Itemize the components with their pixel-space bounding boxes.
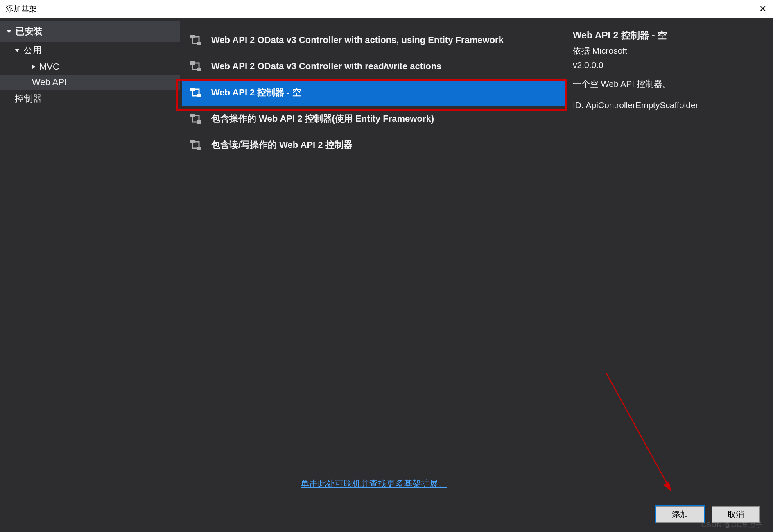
scaffold-item-odata-ef[interactable]: Web API 2 OData v3 Controller with actio…: [182, 27, 565, 53]
scaffold-list: Web API 2 OData v3 Controller with actio…: [180, 27, 567, 471]
scaffold-item-odata-rw[interactable]: Web API 2 OData v3 Controller with read/…: [182, 53, 565, 79]
details-description: 一个空 Web API 控制器。: [573, 77, 765, 91]
close-button[interactable]: ✕: [753, 0, 772, 18]
details-title: Web API 2 控制器 - 空: [573, 28, 765, 43]
tree-item-webapi[interactable]: Web API: [0, 75, 180, 90]
scaffold-item-label: Web API 2 OData v3 Controller with actio…: [211, 34, 560, 46]
controller-icon: [188, 111, 204, 127]
controller-icon: [188, 84, 204, 101]
window-title: 添加基架: [6, 4, 37, 14]
sidebar: 已安装 公用 MVC Web API 控制器: [0, 18, 180, 497]
tree-item-common[interactable]: 公用: [0, 42, 180, 59]
caret-right-icon: [32, 64, 35, 69]
scaffold-item-rw-actions[interactable]: 包含读/写操作的 Web API 2 控制器: [182, 132, 565, 158]
tree-item-label: 公用: [24, 44, 42, 57]
details-by: 依据 Microsoft: [573, 44, 765, 58]
tree-item-controller[interactable]: 控制器: [0, 90, 180, 107]
cancel-button[interactable]: 取消: [712, 506, 760, 523]
more-extensions-row: 单击此处可联机并查找更多基架扩展。: [180, 471, 567, 493]
close-icon: ✕: [759, 4, 766, 14]
details-version: v2.0.0.0: [573, 58, 765, 72]
scaffold-item-empty-controller[interactable]: Web API 2 控制器 - 空: [182, 79, 565, 106]
controller-icon: [188, 32, 204, 48]
controller-icon: [188, 58, 204, 75]
caret-down-icon: [7, 30, 11, 33]
add-button[interactable]: 添加: [656, 506, 704, 523]
details-panel: Web API 2 控制器 - 空 依据 Microsoft v2.0.0.0 …: [567, 18, 773, 497]
tree-item-label: MVC: [39, 61, 59, 72]
more-extensions-link[interactable]: 单击此处可联机并查找更多基架扩展。: [301, 479, 447, 488]
details-id: ID: ApiControllerEmptyScaffolder: [573, 98, 765, 112]
titlebar: 添加基架 ✕: [0, 0, 773, 18]
caret-down-icon: [15, 49, 20, 52]
controller-icon: [188, 137, 204, 153]
tree-header-installed[interactable]: 已安装: [0, 21, 180, 42]
footer: 添加 取消: [0, 497, 773, 532]
scaffold-item-label: Web API 2 控制器 - 空: [211, 86, 560, 99]
tree-item-label: Web API: [32, 77, 67, 88]
scaffold-item-label: 包含读/写操作的 Web API 2 控制器: [211, 139, 560, 151]
tree-header-label: 已安装: [16, 25, 43, 38]
scaffold-item-label: 包含操作的 Web API 2 控制器(使用 Entity Framework): [211, 113, 560, 125]
tree-item-mvc[interactable]: MVC: [0, 59, 180, 75]
scaffold-panel: Web API 2 OData v3 Controller with actio…: [180, 18, 567, 497]
tree-item-label: 控制器: [15, 93, 42, 105]
scaffold-item-label: Web API 2 OData v3 Controller with read/…: [211, 60, 560, 72]
scaffold-item-ef-actions[interactable]: 包含操作的 Web API 2 控制器(使用 Entity Framework): [182, 106, 565, 132]
